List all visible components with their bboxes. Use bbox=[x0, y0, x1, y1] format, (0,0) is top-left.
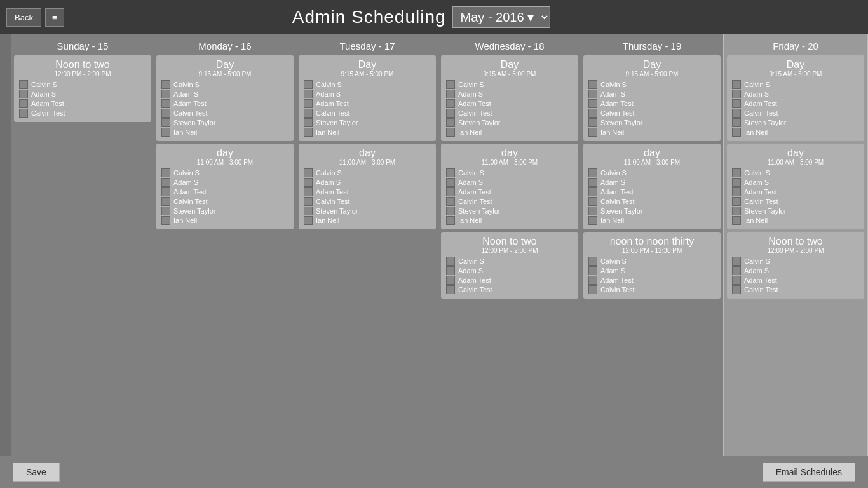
person-checkbox-friday-1-5[interactable] bbox=[732, 216, 741, 225]
person-checkbox-thursday-0-3[interactable] bbox=[588, 109, 597, 118]
person-checkbox-thursday-0-0[interactable] bbox=[588, 80, 597, 89]
person-checkbox-tuesday-0-1[interactable] bbox=[304, 90, 313, 98]
person-checkbox-monday-0-5[interactable] bbox=[161, 128, 170, 137]
person-checkbox-friday-1-4[interactable] bbox=[732, 207, 741, 215]
cards-container-sunday: Noon to two12:00 PM - 2:00 PMCalvin SAda… bbox=[14, 55, 151, 454]
person-row: Calvin S bbox=[161, 80, 288, 89]
day-header-wednesday: Wednesday - 18 bbox=[441, 34, 578, 55]
person-checkbox-monday-0-0[interactable] bbox=[161, 80, 170, 89]
person-checkbox-friday-0-1[interactable] bbox=[732, 90, 741, 98]
month-select[interactable]: May - 2016 ▾ bbox=[452, 6, 550, 28]
person-checkbox-thursday-1-0[interactable] bbox=[588, 168, 597, 177]
person-checkbox-monday-1-2[interactable] bbox=[161, 187, 170, 196]
person-checkbox-tuesday-1-5[interactable] bbox=[304, 216, 313, 225]
person-checkbox-monday-0-4[interactable] bbox=[161, 118, 170, 127]
person-checkbox-wednesday-0-2[interactable] bbox=[446, 99, 455, 108]
person-checkbox-wednesday-2-1[interactable] bbox=[446, 266, 455, 275]
person-checkbox-tuesday-1-1[interactable] bbox=[304, 178, 313, 187]
person-checkbox-wednesday-2-3[interactable] bbox=[446, 285, 455, 294]
person-checkbox-tuesday-1-4[interactable] bbox=[304, 207, 313, 215]
person-checkbox-sunday-0-3[interactable] bbox=[19, 109, 28, 118]
person-checkbox-tuesday-1-2[interactable] bbox=[304, 187, 313, 196]
person-row: Steven Taylor bbox=[446, 207, 573, 215]
person-checkbox-monday-1-1[interactable] bbox=[161, 178, 170, 187]
person-checkbox-monday-1-0[interactable] bbox=[161, 168, 170, 177]
person-checkbox-wednesday-1-3[interactable] bbox=[446, 197, 455, 206]
back-button[interactable]: Back bbox=[6, 8, 41, 27]
person-row: Ian Neil bbox=[304, 128, 431, 137]
person-name: Calvin Test bbox=[173, 198, 208, 205]
person-checkbox-friday-1-2[interactable] bbox=[732, 187, 741, 196]
person-checkbox-thursday-0-5[interactable] bbox=[588, 128, 597, 137]
person-checkbox-wednesday-0-0[interactable] bbox=[446, 80, 455, 89]
person-checkbox-thursday-1-4[interactable] bbox=[588, 207, 597, 215]
person-checkbox-monday-0-1[interactable] bbox=[161, 90, 170, 98]
person-name: Calvin S bbox=[458, 81, 484, 88]
save-button[interactable]: Save bbox=[13, 463, 60, 482]
person-row: Adam Test bbox=[161, 187, 288, 196]
email-schedules-button[interactable]: Email Schedules bbox=[763, 463, 855, 482]
footer: Save Email Schedules bbox=[0, 456, 868, 488]
person-checkbox-sunday-0-0[interactable] bbox=[19, 80, 28, 89]
person-checkbox-friday-1-3[interactable] bbox=[732, 197, 741, 206]
person-checkbox-thursday-1-3[interactable] bbox=[588, 197, 597, 206]
person-name: Adam S bbox=[173, 90, 198, 98]
person-checkbox-friday-1-1[interactable] bbox=[732, 178, 741, 187]
person-checkbox-thursday-2-2[interactable] bbox=[588, 276, 597, 285]
person-checkbox-monday-0-2[interactable] bbox=[161, 99, 170, 108]
person-checkbox-thursday-1-5[interactable] bbox=[588, 216, 597, 225]
person-checkbox-tuesday-1-0[interactable] bbox=[304, 168, 313, 177]
person-row: Adam S bbox=[19, 90, 146, 98]
person-checkbox-tuesday-0-0[interactable] bbox=[304, 80, 313, 89]
person-checkbox-thursday-1-1[interactable] bbox=[588, 178, 597, 187]
person-checkbox-friday-2-3[interactable] bbox=[732, 285, 741, 294]
person-checkbox-tuesday-0-2[interactable] bbox=[304, 99, 313, 108]
person-name: Steven Taylor bbox=[600, 119, 642, 126]
person-checkbox-friday-0-5[interactable] bbox=[732, 128, 741, 137]
person-checkbox-friday-2-0[interactable] bbox=[732, 257, 741, 266]
schedule-card-wednesday-1: day11:00 AM - 3:00 PMCalvin SAdam SAdam … bbox=[441, 144, 578, 229]
card-time-friday-1: 11:00 AM - 3:00 PM bbox=[732, 159, 859, 166]
person-checkbox-sunday-0-1[interactable] bbox=[19, 90, 28, 98]
person-checkbox-thursday-0-4[interactable] bbox=[588, 118, 597, 127]
person-checkbox-wednesday-1-4[interactable] bbox=[446, 207, 455, 215]
person-name: Calvin S bbox=[744, 257, 770, 265]
person-checkbox-monday-1-5[interactable] bbox=[161, 216, 170, 225]
person-checkbox-thursday-2-1[interactable] bbox=[588, 266, 597, 275]
person-checkbox-friday-1-0[interactable] bbox=[732, 168, 741, 177]
person-checkbox-wednesday-0-1[interactable] bbox=[446, 90, 455, 98]
person-checkbox-tuesday-0-3[interactable] bbox=[304, 109, 313, 118]
person-checkbox-monday-0-3[interactable] bbox=[161, 109, 170, 118]
person-checkbox-friday-2-2[interactable] bbox=[732, 276, 741, 285]
person-checkbox-tuesday-1-3[interactable] bbox=[304, 197, 313, 206]
person-checkbox-wednesday-0-4[interactable] bbox=[446, 118, 455, 127]
person-checkbox-friday-0-4[interactable] bbox=[732, 118, 741, 127]
person-checkbox-monday-1-3[interactable] bbox=[161, 197, 170, 206]
person-checkbox-wednesday-1-0[interactable] bbox=[446, 168, 455, 177]
person-checkbox-tuesday-0-5[interactable] bbox=[304, 128, 313, 137]
person-checkbox-wednesday-2-0[interactable] bbox=[446, 257, 455, 266]
person-checkbox-friday-0-3[interactable] bbox=[732, 109, 741, 118]
person-checkbox-wednesday-0-5[interactable] bbox=[446, 128, 455, 137]
person-checkbox-thursday-0-1[interactable] bbox=[588, 90, 597, 98]
person-checkbox-sunday-0-2[interactable] bbox=[19, 99, 28, 108]
person-checkbox-wednesday-0-3[interactable] bbox=[446, 109, 455, 118]
person-checkbox-thursday-2-3[interactable] bbox=[588, 285, 597, 294]
person-checkbox-wednesday-1-2[interactable] bbox=[446, 187, 455, 196]
person-name: Adam Test bbox=[600, 100, 634, 107]
person-row: Steven Taylor bbox=[446, 118, 573, 127]
person-checkbox-wednesday-1-5[interactable] bbox=[446, 216, 455, 225]
person-checkbox-tuesday-0-4[interactable] bbox=[304, 118, 313, 127]
card-title-tuesday-0: Day bbox=[304, 59, 431, 71]
person-checkbox-wednesday-1-1[interactable] bbox=[446, 178, 455, 187]
person-checkbox-friday-2-1[interactable] bbox=[732, 266, 741, 275]
person-checkbox-thursday-0-2[interactable] bbox=[588, 99, 597, 108]
person-checkbox-thursday-1-2[interactable] bbox=[588, 187, 597, 196]
person-checkbox-wednesday-2-2[interactable] bbox=[446, 276, 455, 285]
person-checkbox-thursday-2-0[interactable] bbox=[588, 257, 597, 266]
person-checkbox-friday-0-0[interactable] bbox=[732, 80, 741, 89]
person-name: Adam S bbox=[458, 267, 483, 274]
person-checkbox-monday-1-4[interactable] bbox=[161, 207, 170, 215]
person-checkbox-friday-0-2[interactable] bbox=[732, 99, 741, 108]
menu-button[interactable]: ≡ bbox=[45, 8, 64, 27]
